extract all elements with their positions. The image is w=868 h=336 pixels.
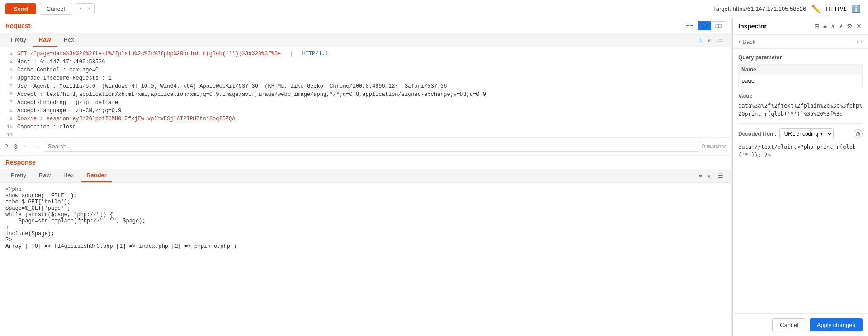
- response-section: Response Pretty Raw Hex Render ≡ \n ☰ <?…: [0, 155, 731, 336]
- tab-raw[interactable]: Raw: [33, 33, 57, 47]
- code-line-8: 8 Accept-Language : zh-CN,zh;q=0.9: [0, 108, 731, 116]
- inspector-up-icon[interactable]: ⊻: [838, 22, 844, 31]
- code-line-5: 5 User-Agent : Mozilla/5.0 (Windows NT 1…: [0, 83, 731, 91]
- inspector-list-icon[interactable]: ≡: [822, 22, 828, 31]
- inspector-header: Inspector ⊟ ≡ ⊼ ⊻ ⚙ ✕: [733, 18, 868, 35]
- inspector-cancel-button[interactable]: Cancel: [772, 318, 806, 331]
- tab-pretty[interactable]: Pretty: [5, 33, 32, 47]
- decoded-header: Decoded from: URL encoding ▾ ⊕: [738, 128, 863, 139]
- format-toolbar: ≡ \n ☰: [697, 36, 725, 44]
- code-line-9: 9 Cookie : session=eyJh2GlpbiI6MH0.ZfkjE…: [0, 116, 731, 124]
- nav-prev-button[interactable]: ‹: [75, 4, 85, 14]
- value-box: data%3a%2f%2ftext%2fplain%2c%3c%3fphp%20…: [738, 102, 863, 118]
- inspector-close-icon[interactable]: ✕: [855, 22, 863, 31]
- param-section-title: Query parameter: [738, 54, 863, 61]
- inspector-panel: Inspector ⊟ ≡ ⊼ ⊻ ⚙ ✕ ‹ Back ‹ › Query p…: [732, 18, 868, 336]
- inspector-settings-icon[interactable]: ⚙: [846, 22, 854, 31]
- top-bar: Send Cancel ‹ › Target: http://61.147.17…: [0, 0, 868, 18]
- back-label: Back: [742, 38, 755, 45]
- decoded-value: data://text/plain,<?php print_r(glob('*'…: [738, 143, 863, 159]
- search-next-icon[interactable]: →: [33, 142, 41, 151]
- name-header: Name: [739, 65, 863, 75]
- view-list-button[interactable]: ≡≡: [698, 21, 711, 30]
- main-layout: Request ⊟⊟ ≡≡ □□ Pretty Raw Hex ≡ \n ☰: [0, 18, 868, 336]
- view-grid-button[interactable]: ⊟⊟: [682, 21, 697, 30]
- tab-response-raw[interactable]: Raw: [33, 169, 56, 182]
- edit-icon[interactable]: ✏️: [810, 3, 822, 15]
- protocol-label: HTTP/1: [826, 5, 846, 12]
- search-settings-icon[interactable]: ⚙: [12, 142, 19, 151]
- code-line-4: 4 Upgrade-Insecure-Requests : 1: [0, 75, 731, 83]
- nav-right-arrow[interactable]: ›: [860, 38, 863, 45]
- response-format-toolbar: ≡ \n ☰: [697, 171, 725, 180]
- code-line-6: 6 Accept : text/html,application/xhtml+x…: [0, 91, 731, 99]
- search-bar: ? ⚙ ← → 0 matches: [0, 137, 731, 155]
- code-line-1: 1 GET /?page=data%3a%2f%2ftext%2fplain%2…: [0, 51, 731, 59]
- tab-response-pretty[interactable]: Pretty: [5, 169, 32, 182]
- format-list-icon[interactable]: ≡: [697, 36, 704, 44]
- code-line-10: 10 Connection : close: [0, 124, 731, 132]
- request-code-area[interactable]: 1 GET /?page=data%3a%2f%2ftext%2fplain%2…: [0, 47, 731, 137]
- left-panel: Request ⊟⊟ ≡≡ □□ Pretty Raw Hex ≡ \n ☰: [0, 18, 731, 336]
- decoding-select[interactable]: URL encoding ▾: [779, 128, 834, 139]
- code-line-2: 2 Host : 61.147.171.105:58526: [0, 59, 731, 67]
- response-code-area[interactable]: <?php show_source(__FILE__); echo $_GET[…: [0, 183, 731, 336]
- view-toggle: ⊟⊟ ≡≡ □□: [682, 21, 725, 30]
- inspector-content: Query parameter Name page Value data%3a%…: [733, 49, 868, 313]
- request-title: Request: [5, 22, 30, 29]
- search-prev-icon[interactable]: ←: [22, 142, 30, 151]
- inspector-nav: ‹ Back ‹ ›: [733, 35, 868, 49]
- code-line-11: 11: [0, 132, 731, 137]
- send-button[interactable]: Send: [5, 3, 36, 14]
- target-label: Target: http://61.147.171.105:58526: [713, 5, 806, 12]
- response-tabs: Pretty Raw Hex Render ≡ \n ☰: [0, 169, 731, 183]
- view-split-button[interactable]: □□: [712, 21, 725, 30]
- cancel-button[interactable]: Cancel: [40, 3, 71, 15]
- tab-response-render[interactable]: Render: [81, 169, 112, 182]
- inspector-down-icon[interactable]: ⊼: [830, 22, 836, 31]
- resp-format-menu-icon[interactable]: ☰: [716, 171, 725, 180]
- tab-hex[interactable]: Hex: [58, 33, 80, 47]
- format-newline-icon[interactable]: \n: [706, 36, 714, 44]
- nav-buttons: ‹ ›: [75, 3, 95, 14]
- name-value: page: [739, 75, 863, 87]
- value-label: Value: [738, 93, 863, 99]
- inspector-nav-arrows: ‹ ›: [857, 38, 863, 45]
- decoded-section: Decoded from: URL encoding ▾ ⊕ data://te…: [738, 123, 863, 159]
- response-title: Response: [5, 159, 36, 166]
- inspector-apply-button[interactable]: Apply changes: [810, 318, 863, 331]
- inspector-title: Inspector: [738, 23, 811, 30]
- search-input[interactable]: [44, 141, 699, 152]
- nav-left-arrow[interactable]: ‹: [857, 38, 859, 45]
- request-section: Request ⊟⊟ ≡≡ □□ Pretty Raw Hex ≡ \n ☰: [0, 18, 731, 155]
- response-header: Response: [0, 156, 731, 169]
- request-header: Request ⊟⊟ ≡≡ □□: [0, 18, 731, 33]
- match-count: 0 matches: [702, 143, 727, 150]
- param-table: Name page: [738, 64, 863, 87]
- tab-response-hex[interactable]: Hex: [58, 169, 79, 182]
- inspector-footer: Cancel Apply changes: [733, 313, 868, 336]
- format-menu-icon[interactable]: ☰: [716, 36, 725, 44]
- decoded-add-button[interactable]: ⊕: [854, 129, 863, 138]
- code-line-3: 3 Cache-Control : max-age=0: [0, 67, 731, 75]
- info-icon[interactable]: ℹ️: [850, 3, 863, 15]
- inspector-grid-icon[interactable]: ⊟: [813, 22, 821, 31]
- resp-format-newline-icon[interactable]: \n: [706, 171, 714, 180]
- request-tabs: Pretty Raw Hex ≡ \n ☰: [0, 33, 731, 47]
- code-line-7: 7 Accept-Encoding : gzip, deflate: [0, 99, 731, 108]
- decoded-from-label: Decoded from:: [738, 131, 777, 137]
- resp-format-list-icon[interactable]: ≡: [697, 171, 704, 180]
- search-help-icon[interactable]: ?: [4, 142, 9, 151]
- back-arrow-icon[interactable]: ‹: [738, 38, 741, 46]
- nav-next-button[interactable]: ›: [85, 4, 94, 14]
